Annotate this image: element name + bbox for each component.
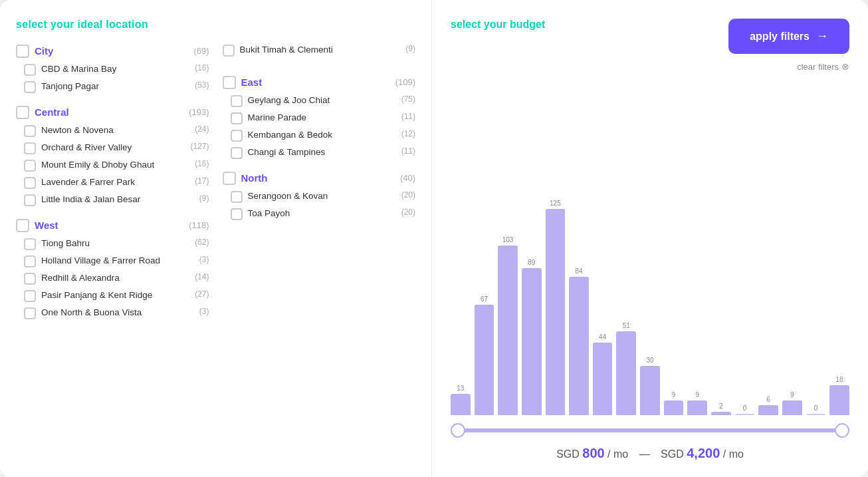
clear-filters-button[interactable]: clear filters ⊗ [797, 61, 849, 72]
item-tanjong-count: (53) [195, 80, 209, 90]
bar-label-14: 9 [790, 391, 794, 398]
bar-col-16: 18 [829, 376, 849, 415]
bar-col-2: 103 [498, 236, 518, 415]
item-tiong-bahru[interactable]: Tiong Bahru (62) [24, 238, 209, 250]
bar-11 [711, 412, 731, 415]
location-col-2: Bukit Timah & Clementi (9) East (109) G [223, 44, 416, 331]
item-kembangan-checkbox[interactable] [231, 130, 243, 142]
item-mount-emily[interactable]: Mount Emily & Dhoby Ghaut (16) [24, 159, 209, 172]
bar-col-10: 9 [687, 391, 707, 415]
budget-range: SGD 800 / mo — SGD 4,200 / mo [451, 446, 849, 461]
group-central-header: Central (193) [16, 105, 209, 119]
item-marine-parade-checkbox[interactable] [231, 112, 243, 124]
group-central-checkbox[interactable] [16, 106, 29, 119]
item-geylang[interactable]: Geylang & Joo Chiat (75) [231, 94, 416, 107]
item-one-north-checkbox[interactable] [24, 307, 36, 319]
item-one-north[interactable]: One North & Buona Vista (3) [24, 307, 209, 319]
apply-filters-button[interactable]: apply filters → [728, 19, 849, 54]
group-east: East (109) Geylang & Joo Chiat (75) Mari… [223, 75, 416, 159]
group-west-count: (118) [189, 220, 209, 230]
item-holland-checkbox[interactable] [24, 255, 36, 267]
item-holland[interactable]: Holland Village & Farrer Road (3) [24, 255, 209, 267]
item-changi[interactable]: Changi & Tampines (11) [231, 146, 416, 159]
bar-col-8: 30 [640, 357, 660, 415]
item-little-india-label: Little India & Jalan Besar [41, 194, 194, 206]
item-redhill[interactable]: Redhill & Alexandra (14) [24, 272, 209, 285]
bar-3 [522, 268, 542, 415]
item-toa-payoh-count: (20) [401, 208, 415, 217]
item-pasir[interactable]: Pasir Panjang & Kent Ridge (27) [24, 289, 209, 302]
item-cbd-label: CBD & Marina Bay [41, 63, 189, 75]
bar-2 [498, 245, 518, 415]
item-mount-emily-checkbox[interactable] [24, 160, 36, 172]
item-orchard[interactable]: Orchard & River Valley (127) [24, 142, 209, 154]
item-geylang-count: (75) [401, 94, 415, 104]
group-central: Central (193) Newton & Novena (24) Orcha… [16, 105, 209, 206]
group-city-header: City (69) [16, 44, 209, 58]
item-newton[interactable]: Newton & Novena (24) [24, 124, 209, 137]
item-orchard-count: (127) [190, 142, 209, 151]
item-serangoon[interactable]: Serangoon & Kovan (20) [231, 190, 416, 203]
slider-thumb-max[interactable] [835, 423, 849, 438]
item-marine-parade[interactable]: Marine Parade (11) [231, 112, 416, 124]
item-kembangan[interactable]: Kembangan & Bedok (12) [231, 129, 416, 142]
group-city: City (69) CBD & Marina Bay (16) Tanjong … [16, 44, 209, 93]
bar-label-4: 125 [550, 200, 561, 207]
bar-0 [451, 394, 471, 415]
bar-col-7: 51 [616, 322, 636, 415]
bar-col-12: 0 [735, 404, 755, 415]
group-north-checkbox[interactable] [223, 172, 236, 185]
bar-label-2: 103 [502, 236, 514, 243]
item-newton-checkbox[interactable] [24, 125, 36, 137]
budget-min-value: 800 [582, 446, 604, 460]
item-tanjong-checkbox[interactable] [24, 81, 36, 93]
bar-label-3: 89 [528, 259, 535, 266]
item-redhill-checkbox[interactable] [24, 273, 36, 285]
item-toa-payoh-checkbox[interactable] [231, 208, 243, 220]
item-bukit-timah[interactable]: Bukit Timah & Clementi (9) [223, 44, 416, 57]
item-cbd-checkbox[interactable] [24, 64, 36, 76]
item-changi-checkbox[interactable] [231, 147, 243, 159]
item-lavender-checkbox[interactable] [24, 177, 36, 189]
bar-label-12: 0 [743, 404, 747, 412]
group-west-checkbox[interactable] [16, 219, 29, 232]
item-tanjong[interactable]: Tanjong Pagar (53) [24, 80, 209, 93]
slider-thumb-min[interactable] [451, 423, 465, 438]
bar-col-9: 9 [664, 391, 684, 415]
bar-label-9: 9 [672, 391, 676, 398]
item-tiong-bahru-count: (62) [195, 238, 209, 247]
bar-10 [687, 400, 707, 415]
item-little-india[interactable]: Little India & Jalan Besar (9) [24, 194, 209, 206]
item-geylang-checkbox[interactable] [231, 95, 243, 107]
bar-label-10: 9 [695, 391, 699, 398]
budget-min-unit: / mo [605, 448, 629, 460]
budget-min-label: SGD [556, 448, 582, 460]
item-serangoon-checkbox[interactable] [231, 191, 243, 203]
item-orchard-label: Orchard & River Valley [41, 142, 185, 154]
item-lavender[interactable]: Lavender & Farrer Park (17) [24, 176, 209, 189]
item-little-india-count: (9) [199, 194, 209, 203]
item-tanjong-label: Tanjong Pagar [41, 80, 189, 92]
item-orchard-checkbox[interactable] [24, 142, 36, 154]
group-city-checkbox[interactable] [16, 45, 29, 58]
bar-6 [593, 343, 613, 415]
item-mount-emily-label: Mount Emily & Dhoby Ghaut [41, 159, 189, 171]
group-north-count: (40) [400, 173, 415, 183]
group-city-label: City [35, 45, 53, 57]
bar-5 [569, 277, 589, 415]
item-little-india-checkbox[interactable] [24, 194, 36, 206]
item-bukit-timah-checkbox[interactable] [223, 45, 235, 57]
bar-14 [782, 400, 802, 415]
budget-slider-track [451, 428, 849, 432]
item-toa-payoh[interactable]: Toa Payoh (20) [231, 208, 416, 220]
item-bukit-timah-count: (9) [405, 44, 415, 53]
item-cbd[interactable]: CBD & Marina Bay (16) [24, 63, 209, 76]
bar-1 [475, 305, 494, 415]
item-tiong-bahru-checkbox[interactable] [24, 238, 36, 250]
bar-col-4: 125 [546, 200, 566, 415]
item-cbd-count: (16) [195, 63, 209, 73]
item-pasir-count: (27) [195, 289, 209, 299]
group-east-checkbox[interactable] [223, 76, 236, 89]
group-standalone: Bukit Timah & Clementi (9) [223, 44, 416, 57]
item-pasir-checkbox[interactable] [24, 290, 36, 302]
